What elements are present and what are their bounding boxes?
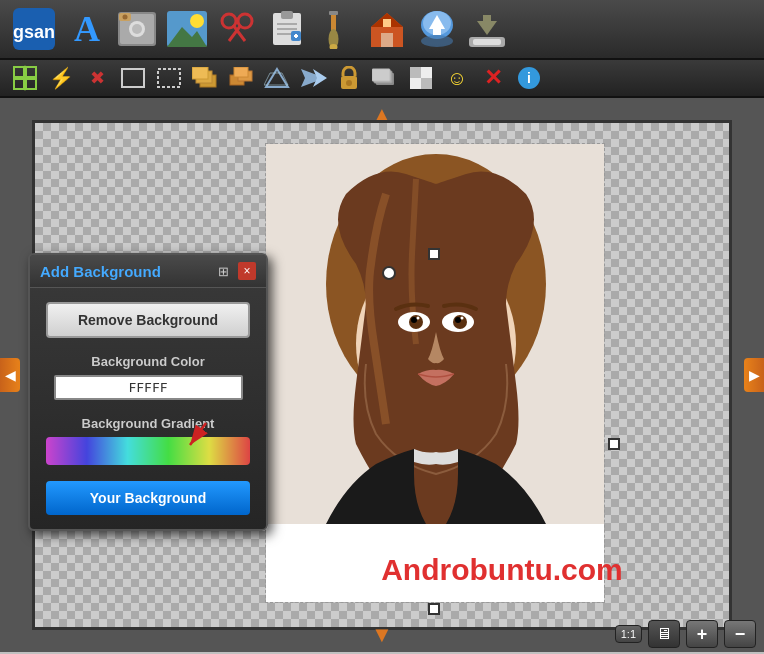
selection-handle-bottom-center[interactable] — [428, 603, 440, 615]
bg-color-input-wrapper — [46, 375, 250, 400]
ratio-button[interactable]: 1:1 — [615, 625, 642, 643]
svg-rect-19 — [277, 33, 291, 35]
svg-rect-41 — [26, 67, 36, 77]
svg-rect-37 — [473, 39, 501, 45]
grid-icon[interactable] — [8, 63, 42, 93]
smiley-icon[interactable]: ☺ — [440, 63, 474, 93]
svg-point-76 — [455, 317, 461, 323]
panel-title: Add Background — [40, 263, 161, 280]
text-tool-icon[interactable]: A — [64, 6, 110, 52]
download-icon[interactable] — [464, 6, 510, 52]
bg-color-label: Background Color — [46, 354, 250, 369]
selection-handle-top-center[interactable] — [428, 248, 440, 260]
svg-rect-43 — [26, 79, 36, 89]
rect-icon[interactable] — [116, 63, 150, 93]
svg-rect-42 — [14, 79, 24, 89]
svg-rect-63 — [410, 67, 421, 78]
upload-icon[interactable] — [414, 6, 460, 52]
dashed-rect-icon[interactable] — [152, 63, 186, 93]
landscape-icon[interactable] — [164, 6, 210, 52]
panel-header: Add Background ⊞ × — [30, 255, 266, 288]
svg-rect-29 — [381, 33, 393, 47]
svg-rect-17 — [277, 23, 297, 25]
bg-color-input[interactable] — [54, 375, 243, 400]
arrow-bottom[interactable]: ▼ — [371, 622, 393, 648]
svg-rect-79 — [266, 524, 605, 603]
info-icon[interactable]: i — [512, 63, 546, 93]
svg-rect-40 — [14, 67, 24, 77]
gradient-section — [46, 437, 250, 465]
svg-rect-49 — [192, 67, 208, 79]
logo-icon[interactable]: gsan — [8, 6, 60, 52]
svg-rect-46 — [158, 69, 180, 87]
add-background-panel: Add Background ⊞ × Remove Background Bac… — [28, 253, 268, 531]
monitor-button[interactable]: 🖥 — [648, 620, 680, 648]
scissors-icon[interactable] — [214, 6, 260, 52]
layers-icon[interactable] — [368, 63, 402, 93]
home-icon[interactable] — [364, 6, 410, 52]
lightning-icon[interactable]: ⚡ — [44, 63, 78, 93]
arrow-send-icon[interactable] — [296, 63, 330, 93]
zoom-out-button[interactable]: − — [724, 620, 756, 648]
svg-point-10 — [190, 14, 204, 28]
rotate-handle[interactable] — [382, 266, 396, 280]
svg-text:i: i — [527, 70, 531, 86]
cross-red-icon[interactable]: ✖ — [80, 63, 114, 93]
panel-grid-icon[interactable]: ⊞ — [214, 262, 232, 280]
panel-close-button[interactable]: × — [238, 262, 256, 280]
svg-rect-64 — [421, 78, 432, 89]
main-canvas-area: ▲ — [0, 98, 764, 652]
zoom-in-button[interactable]: + — [686, 620, 718, 648]
svg-rect-16 — [281, 11, 293, 19]
top-toolbar: gsan A — [0, 0, 764, 60]
lock-icon[interactable] — [332, 63, 366, 93]
svg-rect-61 — [372, 69, 390, 81]
svg-rect-45 — [122, 69, 144, 87]
second-toolbar: ⚡ ✖ — [0, 60, 764, 98]
svg-rect-18 — [277, 28, 297, 30]
svg-text:gsan: gsan — [13, 22, 55, 42]
triangle-icon[interactable] — [260, 63, 294, 93]
svg-rect-30 — [383, 19, 391, 27]
panel-body: Remove Background Background Color Backg… — [30, 288, 266, 529]
stack2-icon[interactable] — [224, 63, 258, 93]
svg-point-75 — [411, 317, 417, 323]
svg-point-58 — [346, 80, 352, 86]
svg-rect-52 — [234, 67, 248, 77]
gradient-bar[interactable] — [46, 437, 250, 465]
stack-icon[interactable] — [188, 63, 222, 93]
paintbrush-icon[interactable] — [314, 6, 360, 52]
selection-handle-right-center[interactable] — [608, 438, 620, 450]
panel-header-icons: ⊞ × — [214, 262, 256, 280]
svg-point-5 — [132, 24, 142, 34]
arrow-right[interactable]: ▶ — [744, 358, 764, 392]
clipboard-icon[interactable] — [264, 6, 310, 52]
svg-rect-39 — [483, 15, 491, 27]
svg-rect-34 — [433, 27, 441, 35]
remove-background-button[interactable]: Remove Background — [46, 302, 250, 338]
svg-point-78 — [461, 317, 464, 320]
bottom-controls: 1:1 🖥 + − — [615, 620, 756, 648]
svg-point-35 — [421, 35, 453, 47]
x-red-icon[interactable]: ✕ — [476, 63, 510, 93]
person-area — [265, 143, 605, 603]
checkerboard-icon[interactable] — [404, 63, 438, 93]
your-background-button[interactable]: Your Background — [46, 481, 250, 515]
svg-point-7 — [123, 15, 128, 20]
arrow-left[interactable]: ◀ — [0, 358, 20, 392]
bg-gradient-label: Background Gradient — [46, 416, 250, 431]
svg-rect-24 — [329, 11, 338, 15]
svg-point-77 — [417, 317, 420, 320]
photo-tool-icon[interactable] — [114, 6, 160, 52]
